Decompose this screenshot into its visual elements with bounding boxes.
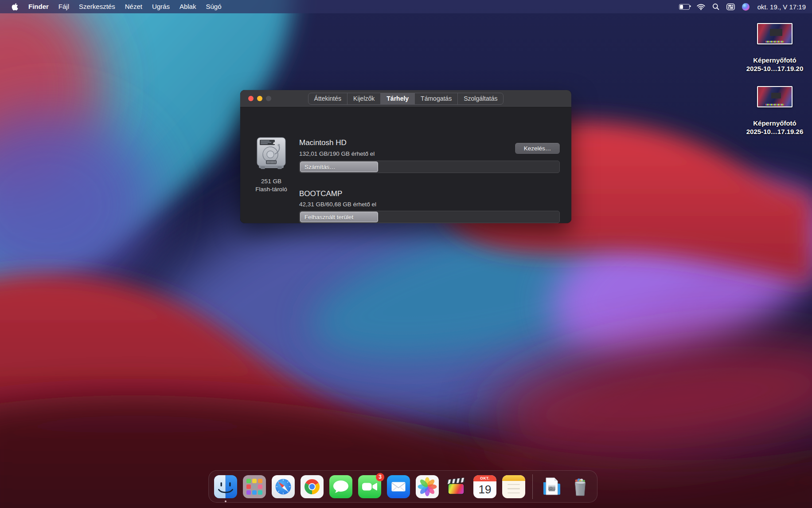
- final-cut-pro-icon: [445, 475, 468, 498]
- running-indicator: [225, 500, 226, 502]
- siri-icon[interactable]: [742, 3, 750, 11]
- dock-messages[interactable]: [329, 475, 352, 498]
- desktop-file-screenshot-1[interactable]: Képernyőfotó 2025-10…17.19.20: [742, 23, 808, 73]
- menu-item-edit[interactable]: Szerkesztés: [74, 0, 120, 13]
- disk-image-document-icon: [540, 475, 563, 498]
- safari-icon: [272, 475, 295, 498]
- chrome-icon: [301, 475, 324, 498]
- dock-launchpad[interactable]: [243, 475, 266, 498]
- battery-fill: [680, 5, 683, 9]
- dock-separator: [532, 474, 533, 499]
- zoom-button[interactable]: [266, 96, 271, 101]
- hard-drive-icon: [255, 136, 287, 170]
- window-tabs: Áttekintés Kijelzők Tárhely Támogatás Sz…: [308, 93, 504, 105]
- menu-bar: Finder Fájl Szerkesztés Nézet Ugrás Abla…: [0, 0, 812, 13]
- disk-caption: 251 GB Flash-tároló: [240, 177, 302, 193]
- storage-bar-label: Felhasznált terület: [304, 214, 353, 221]
- dock-photos[interactable]: [416, 475, 439, 498]
- notes-icon: [502, 475, 525, 498]
- desktop-file-screenshot-2[interactable]: Képernyőfotó 2025-10…17.19.26: [742, 86, 808, 136]
- menu-item-window[interactable]: Ablak: [175, 0, 201, 13]
- calendar-icon: OKT. 19: [473, 475, 496, 498]
- photos-icon: [416, 475, 439, 498]
- dock-disk-image-document[interactable]: [540, 475, 563, 498]
- menu-item-view[interactable]: Nézet: [120, 0, 147, 13]
- menu-item-finder[interactable]: Finder: [23, 0, 54, 13]
- menu-item-go[interactable]: Ugrás: [147, 0, 175, 13]
- dock: 3: [208, 470, 597, 503]
- storage-bar-label: Számítás…: [304, 164, 336, 170]
- screenshot-thumbnail: [757, 23, 792, 44]
- wifi-icon[interactable]: [697, 4, 705, 10]
- dock-finder[interactable]: [214, 475, 237, 498]
- trash-full-icon: [569, 475, 592, 498]
- menu-bar-status: okt. 19., V 17:19: [679, 0, 812, 13]
- dock-notes[interactable]: [502, 475, 525, 498]
- desktop-file-label: Képernyőfotó 2025-10…17.19.20: [742, 56, 808, 73]
- tab-tarhely[interactable]: Tárhely: [381, 93, 415, 104]
- dock-chrome[interactable]: [301, 475, 324, 498]
- storage-bar-fill: Felhasznált terület: [300, 212, 378, 222]
- dock-safari[interactable]: [272, 475, 295, 498]
- volume-available-macintosh-hd: 132,01 GB/190 GB érhető el: [299, 150, 375, 157]
- menu-clock[interactable]: okt. 19., V 17:19: [757, 3, 806, 11]
- screenshot-thumbnail: [757, 86, 792, 107]
- menu-item-file[interactable]: Fájl: [54, 0, 74, 13]
- launchpad-icon: [243, 475, 266, 498]
- minimize-button[interactable]: [257, 96, 262, 101]
- desktop-file-label: Képernyőfotó 2025-10…17.19.26: [742, 119, 808, 136]
- volume-name-bootcamp: BOOTCAMP: [299, 189, 342, 198]
- storage-panel: 251 GB Flash-tároló Macintosh HD 132,01 …: [240, 107, 571, 223]
- desktop: Finder Fájl Szerkesztés Nézet Ugrás Abla…: [0, 0, 812, 508]
- close-button[interactable]: [248, 96, 254, 101]
- dock-calendar[interactable]: OKT. 19: [473, 475, 496, 498]
- battery-icon[interactable]: [679, 4, 690, 10]
- traffic-lights: [248, 90, 271, 107]
- manage-button[interactable]: Kezelés…: [515, 143, 560, 154]
- window-titlebar[interactable]: Áttekintés Kijelzők Tárhely Támogatás Sz…: [240, 90, 571, 107]
- storage-bar-fill: Számítás…: [300, 161, 378, 172]
- control-center-icon[interactable]: [726, 4, 735, 10]
- dock-final-cut-pro[interactable]: [445, 475, 468, 498]
- tab-szolgaltatas[interactable]: Szolgáltatás: [458, 93, 503, 104]
- menu-bar-left: Finder Fájl Szerkesztés Nézet Ugrás Abla…: [0, 0, 226, 13]
- about-mac-window: Áttekintés Kijelzők Tárhely Támogatás Sz…: [240, 90, 571, 223]
- calendar-month: OKT.: [473, 475, 496, 481]
- calendar-day: 19: [473, 481, 496, 498]
- storage-bar-bootcamp: Felhasznált terület: [299, 211, 560, 223]
- apple-menu[interactable]: [6, 0, 23, 13]
- mail-icon: [387, 475, 410, 498]
- apple-logo-icon: [12, 3, 18, 11]
- tab-attekintes[interactable]: Áttekintés: [308, 93, 347, 104]
- dock-mail[interactable]: [387, 475, 410, 498]
- dock-trash[interactable]: [569, 475, 592, 498]
- storage-bar-macintosh-hd: Számítás…: [299, 161, 560, 173]
- finder-icon: [214, 475, 237, 498]
- menu-item-help[interactable]: Súgó: [201, 0, 226, 13]
- notification-badge: 3: [376, 473, 384, 481]
- messages-icon: [329, 475, 352, 498]
- tab-tamogatas[interactable]: Támogatás: [415, 93, 458, 104]
- dock-facetime[interactable]: 3: [358, 475, 381, 498]
- spotlight-search-icon[interactable]: [712, 3, 719, 10]
- wallpaper: [0, 0, 812, 508]
- volume-available-bootcamp: 42,31 GB/60,68 GB érhető el: [299, 201, 376, 208]
- tab-kijelzok[interactable]: Kijelzők: [347, 93, 381, 104]
- volume-name-macintosh-hd: Macintosh HD: [299, 138, 347, 147]
